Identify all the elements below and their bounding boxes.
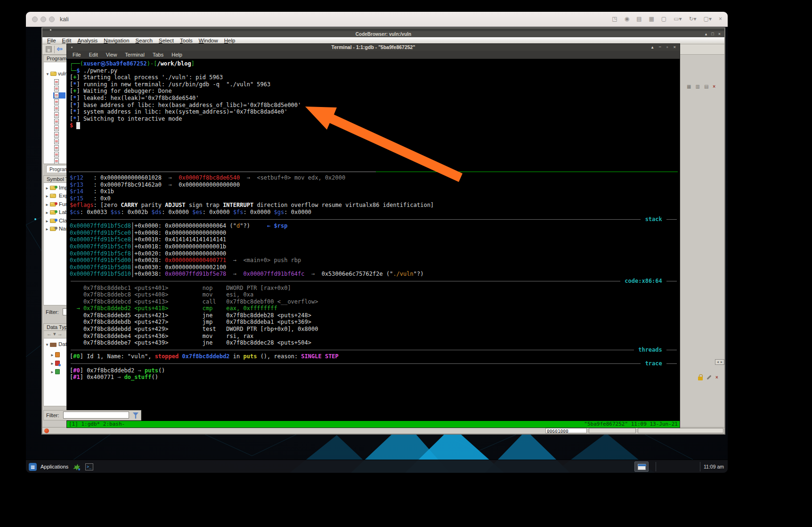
kali-dragon-icon[interactable] — [72, 462, 81, 471]
vm-capture-icon[interactable]: ◳ — [612, 16, 617, 22]
nav-forward-icon[interactable]: → — [57, 331, 63, 337]
codebrowser-close-icon[interactable]: × — [718, 32, 721, 36]
vm-display-menu-icon[interactable]: ▭▾ — [674, 16, 682, 22]
fragment-icon — [54, 125, 59, 131]
tree-node-vuln[interactable]: ▼vuln — [46, 71, 67, 77]
expand-arrow-icon[interactable]: ▼ — [45, 343, 50, 347]
listing-icon-1[interactable]: ▦ — [687, 84, 691, 89]
clock[interactable]: 11:09 am — [704, 464, 724, 469]
menu-window[interactable]: Window — [199, 38, 218, 43]
save-icon[interactable] — [46, 46, 52, 52]
dtm-archive-node[interactable]: ► — [50, 360, 62, 367]
vm-close-button[interactable] — [32, 16, 38, 22]
menu-analysis[interactable]: Analysis — [77, 38, 97, 43]
expand-arrow-icon[interactable]: ► — [45, 227, 50, 231]
classes-badge-icon — [55, 219, 57, 222]
tree-row[interactable] — [53, 99, 65, 105]
menu-search[interactable]: Search — [136, 38, 153, 43]
listing-scrollbar-corner[interactable]: ◄ ► — [715, 359, 724, 365]
vm-window-title: kali — [60, 16, 69, 23]
menu-help[interactable]: Help — [224, 38, 235, 43]
tree-row[interactable] — [53, 139, 65, 145]
terminal-launcher-icon[interactable]: >_ — [85, 463, 93, 470]
tmenu-view[interactable]: View — [106, 52, 117, 58]
close-icon[interactable]: × — [715, 375, 718, 380]
menu-tools[interactable]: Tools — [180, 38, 193, 43]
applications-menu-label[interactable]: Applications — [41, 464, 68, 469]
vm-panel-icon[interactable]: ▤ — [636, 16, 641, 22]
tree-row[interactable] — [53, 145, 65, 151]
vm-restart-menu-icon[interactable]: ↻▾ — [689, 16, 697, 22]
dtm-archive-node[interactable]: ► — [50, 352, 62, 359]
vm-titlebar[interactable]: kali ◳ ◉ ▤ ▦ ▢ ▭▾ ↻▾ ▢▾ × — [26, 12, 728, 27]
tree-row[interactable] — [53, 79, 65, 85]
fragment-icon — [54, 79, 59, 85]
menu-file[interactable]: File — [47, 38, 56, 43]
vm-zoom-button[interactable] — [49, 16, 55, 22]
tmux-pane-border[interactable] — [69, 172, 678, 172]
tree-row[interactable] — [53, 86, 65, 92]
codebrowser-maximize-icon[interactable]: □ — [711, 32, 714, 36]
menu-edit[interactable]: Edit — [62, 38, 72, 43]
taskbar-terminal-button[interactable] — [634, 461, 649, 472]
expand-arrow-icon[interactable]: ► — [45, 186, 50, 190]
tmux-window-list[interactable]: [1] 1:gdb* 2:bash- — [69, 421, 125, 428]
tmux-statusbar: [1] 1:gdb* 2:bash- "5ba9fe867252" 11:09 … — [67, 421, 680, 428]
terminal-content[interactable]: ┌──(xuser㉿5ba9fe867252)-[/work/blog]└─$ … — [67, 59, 680, 421]
expand-arrow-icon[interactable]: ▼ — [46, 72, 49, 76]
scroll-right-icon[interactable]: ► — [720, 361, 723, 363]
tree-row[interactable] — [53, 119, 65, 125]
expand-arrow-icon[interactable]: ► — [45, 203, 50, 207]
tmenu-file[interactable]: File — [73, 52, 81, 58]
listing-close-icon[interactable]: × — [713, 84, 715, 89]
expand-arrow-icon[interactable]: ► — [45, 219, 50, 223]
fragment-icon — [54, 99, 59, 105]
scroll-left-icon[interactable]: ◄ — [716, 361, 719, 363]
terminal-maximize-icon[interactable]: ▫ — [666, 44, 668, 49]
expand-arrow-icon[interactable]: ► — [45, 211, 50, 215]
listing-icon-2[interactable]: ▥ — [695, 84, 699, 89]
tmenu-terminal[interactable]: Terminal — [125, 52, 145, 58]
vm-window-menu-icon[interactable]: ▢▾ — [704, 16, 712, 22]
codebrowser-titlebar[interactable]: CodeBrowser: vuln:/vuln ▴ □ × — [42, 31, 724, 37]
vm-frame-icon[interactable]: ▢ — [661, 16, 666, 22]
nav-back-icon[interactable]: ← — [47, 331, 52, 337]
terminal-shade-icon[interactable]: ▴ — [651, 44, 654, 49]
expand-arrow-icon[interactable]: ► — [50, 362, 55, 366]
vm-close-icon[interactable]: × — [719, 16, 722, 22]
tmenu-tabs[interactable]: Tabs — [153, 52, 163, 58]
dtm-filter-input[interactable] — [63, 412, 129, 419]
tree-row[interactable] — [53, 158, 65, 164]
menu-select[interactable]: Select — [159, 38, 174, 43]
terminal-minimize-icon[interactable]: − — [659, 44, 662, 49]
tree-row[interactable] — [53, 125, 65, 132]
tree-row[interactable] — [53, 152, 65, 158]
tree-row[interactable] — [53, 112, 65, 118]
expand-arrow-icon[interactable]: ► — [45, 194, 50, 198]
listing-icon-3[interactable]: ▤ — [704, 84, 708, 89]
codebrowser-minimize-icon[interactable]: ▴ — [705, 32, 707, 36]
back-arrow-icon[interactable]: ⇦ — [57, 45, 63, 53]
terminal-close-icon[interactable]: × — [673, 44, 676, 49]
filter-funnel-icon[interactable] — [133, 412, 138, 419]
pencil-icon[interactable] — [707, 375, 712, 380]
terminal-titlebar[interactable]: Terminal - 1:1:gdb - "5ba9fe867252" ▴ − … — [67, 44, 680, 51]
applications-menu-icon[interactable]: ▦ — [29, 463, 37, 471]
dtm-archive-node[interactable]: ► — [50, 369, 62, 376]
tmenu-help[interactable]: Help — [171, 52, 182, 58]
vm-view-icon[interactable]: ◉ — [625, 16, 629, 22]
tmenu-edit[interactable]: Edit — [89, 52, 98, 58]
vm-minimize-button[interactable] — [41, 16, 46, 22]
tree-row[interactable] — [53, 132, 65, 138]
codebrowser-title: CodeBrowser: vuln:/vuln — [42, 32, 724, 37]
status-alert-icon[interactable] — [44, 428, 49, 433]
terminal-menubar: File Edit View Terminal Tabs Help — [67, 51, 680, 59]
expand-arrow-icon[interactable]: ► — [50, 353, 55, 357]
tree-row[interactable] — [53, 106, 65, 112]
tree-row-selected[interactable] — [53, 92, 65, 99]
lock-icon[interactable] — [698, 377, 703, 380]
menu-navigation[interactable]: Navigation — [104, 38, 129, 43]
archive-book-green-icon — [55, 369, 60, 374]
vm-grid-icon[interactable]: ▦ — [649, 16, 654, 22]
expand-arrow-icon[interactable]: ► — [50, 370, 55, 374]
